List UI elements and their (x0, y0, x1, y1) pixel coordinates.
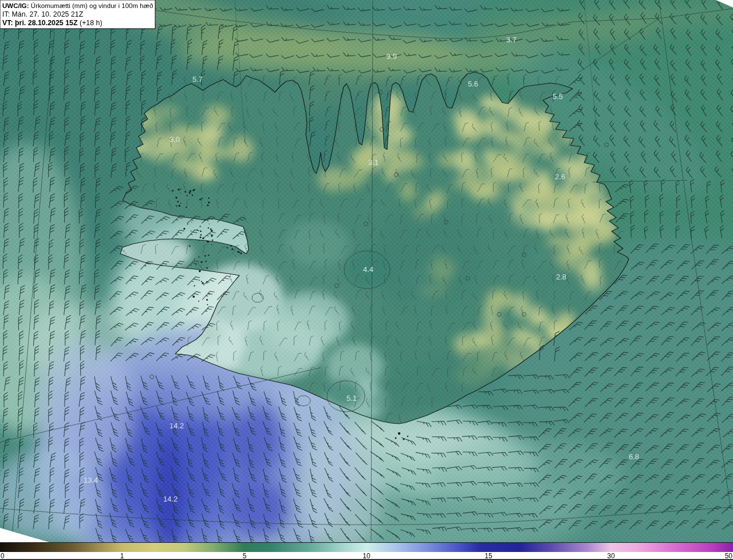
svg-text:UWC/IG: Úrkomumætti (mm) og vi: UWC/IG: Úrkomumætti (mm) og vindur i 100… (2, 2, 153, 9)
svg-text:0: 0 (1, 552, 5, 560)
svg-text:5.6: 5.6 (468, 80, 478, 88)
svg-text:4.4: 4.4 (363, 265, 373, 274)
svg-text:5.5: 5.5 (553, 92, 563, 101)
svg-text:10: 10 (362, 552, 371, 560)
svg-text:2.8: 2.8 (556, 273, 566, 281)
svg-text:5: 5 (243, 552, 247, 560)
svg-text:15: 15 (484, 552, 492, 560)
svg-text:13.4: 13.4 (84, 476, 98, 484)
svg-text:VT: þri. 28.10.2025 15Z (+18 h: VT: þri. 28.10.2025 15Z (+18 h) (2, 19, 103, 27)
svg-text:14.2: 14.2 (163, 495, 178, 503)
svg-text:1: 1 (120, 552, 124, 560)
svg-text:50: 50 (725, 552, 733, 560)
svg-text:5.7: 5.7 (192, 75, 203, 84)
svg-text:3.7: 3.7 (506, 36, 517, 44)
svg-text:6.8: 6.8 (629, 452, 639, 461)
svg-text:2.6: 2.6 (555, 172, 565, 181)
svg-text:30: 30 (607, 552, 615, 560)
svg-text:IT: Mán. 27. 10. 2025 21Z: IT: Mán. 27. 10. 2025 21Z (2, 10, 84, 18)
svg-text:14.2: 14.2 (170, 421, 184, 430)
svg-text:3.1: 3.1 (368, 158, 379, 167)
svg-text:3.0: 3.0 (170, 135, 180, 144)
svg-text:3.9: 3.9 (387, 52, 397, 61)
svg-text:5.1: 5.1 (346, 394, 357, 403)
